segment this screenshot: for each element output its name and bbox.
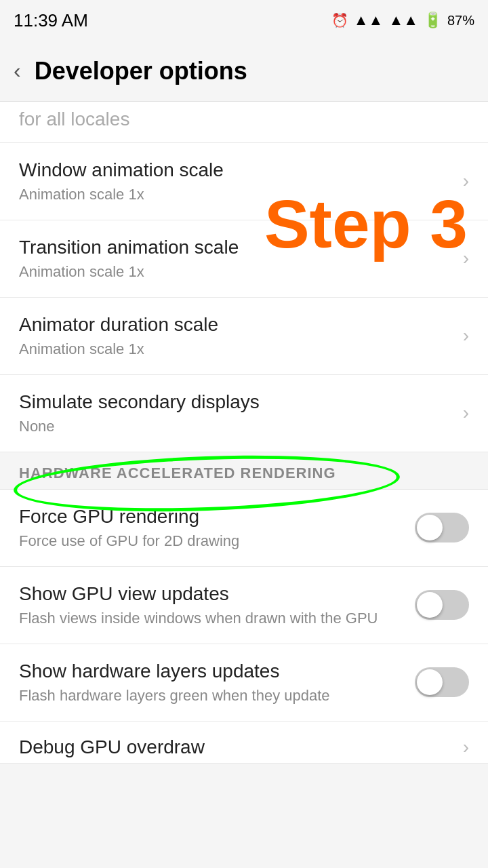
status-bar: 11:39 AM ⏰ ▲▲ ▲▲ 🔋 87%: [0, 0, 488, 41]
page-title: Developer options: [35, 57, 247, 85]
setting-text-show-hardware-layers: Show hardware layers updates Flash hardw…: [19, 659, 415, 706]
chevron-icon-debug-gpu: ›: [463, 736, 469, 758]
toggle-show-hardware-layers[interactable]: [415, 667, 469, 697]
chevron-icon-simulate-secondary: ›: [463, 402, 469, 424]
status-icons: ⏰ ▲▲ ▲▲ 🔋 87%: [331, 12, 474, 29]
app-bar: ‹ Developer options: [0, 41, 488, 102]
setting-item-window-animation[interactable]: Window animation scale Animation scale 1…: [0, 143, 488, 220]
setting-text-simulate-secondary: Simulate secondary displays None: [19, 390, 463, 437]
settings-list: for all locales Window animation scale A…: [0, 102, 488, 764]
signal-icon-1: ▲▲: [354, 12, 384, 29]
setting-item-transition-animation[interactable]: Transition animation scale Animation sca…: [0, 220, 488, 298]
setting-item-show-gpu-updates[interactable]: Show GPU view updates Flash views inside…: [0, 567, 488, 644]
section-header-label: HARDWARE ACCELERATED RENDERING: [19, 465, 336, 481]
alarm-icon: ⏰: [331, 12, 348, 28]
battery-percent: 87%: [447, 13, 474, 28]
setting-item-simulate-secondary[interactable]: Simulate secondary displays None ›: [0, 375, 488, 452]
setting-item-debug-gpu[interactable]: Debug GPU overdraw ›: [0, 722, 488, 764]
setting-subtitle-window-animation: Animation scale 1x: [19, 185, 449, 205]
setting-title-animator-duration: Animator duration scale: [19, 313, 449, 337]
status-time: 11:39 AM: [14, 10, 88, 31]
setting-text-animator-duration: Animator duration scale Animation scale …: [19, 313, 463, 359]
setting-text-show-gpu-updates: Show GPU view updates Flash views inside…: [19, 582, 415, 629]
setting-item-animator-duration[interactable]: Animator duration scale Animation scale …: [0, 298, 488, 375]
chevron-icon-window-animation: ›: [463, 170, 469, 192]
setting-title-debug-gpu: Debug GPU overdraw: [19, 735, 449, 760]
partial-top-text: for all locales: [19, 108, 129, 130]
section-header-hardware: HARDWARE ACCELERATED RENDERING: [0, 452, 488, 490]
setting-title-transition-animation: Transition animation scale: [19, 235, 449, 260]
signal-icon-2: ▲▲: [388, 12, 418, 29]
setting-subtitle-transition-animation: Animation scale 1x: [19, 262, 449, 282]
setting-text-force-gpu: Force GPU rendering Force use of GPU for…: [19, 505, 415, 551]
chevron-icon-animator-duration: ›: [463, 325, 469, 347]
setting-item-show-hardware-layers[interactable]: Show hardware layers updates Flash hardw…: [0, 644, 488, 722]
setting-subtitle-animator-duration: Animation scale 1x: [19, 340, 449, 359]
setting-text-transition-animation: Transition animation scale Animation sca…: [19, 235, 463, 282]
partial-top-item: for all locales: [0, 102, 488, 143]
setting-subtitle-simulate-secondary: None: [19, 417, 449, 437]
setting-subtitle-show-gpu-updates: Flash views inside windows when drawn wi…: [19, 609, 401, 629]
setting-title-force-gpu: Force GPU rendering: [19, 505, 401, 529]
chevron-icon-transition-animation: ›: [463, 248, 469, 269]
setting-title-show-gpu-updates: Show GPU view updates: [19, 582, 401, 606]
setting-title-window-animation: Window animation scale: [19, 158, 449, 182]
setting-text-window-animation: Window animation scale Animation scale 1…: [19, 158, 463, 205]
toggle-show-gpu-updates[interactable]: [415, 590, 469, 620]
setting-subtitle-show-hardware-layers: Flash hardware layers green when they up…: [19, 686, 401, 706]
setting-item-force-gpu[interactable]: Force GPU rendering Force use of GPU for…: [0, 490, 488, 567]
setting-title-show-hardware-layers: Show hardware layers updates: [19, 659, 401, 684]
back-button[interactable]: ‹: [14, 58, 21, 83]
toggle-force-gpu[interactable]: [415, 513, 469, 542]
setting-subtitle-force-gpu: Force use of GPU for 2D drawing: [19, 532, 401, 551]
battery-icon: 🔋: [424, 12, 442, 29]
setting-title-simulate-secondary: Simulate secondary displays: [19, 390, 449, 414]
setting-text-debug-gpu: Debug GPU overdraw: [19, 735, 463, 760]
